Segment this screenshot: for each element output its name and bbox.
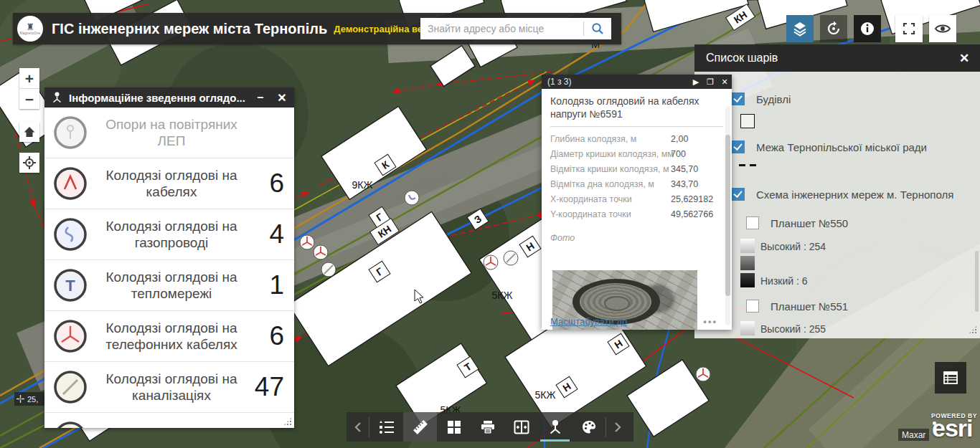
summary-panel-title: Інформаційне зведення оглядо... (69, 92, 251, 104)
minus-icon: − (25, 92, 34, 107)
info-button[interactable] (854, 15, 881, 42)
home-icon (23, 125, 36, 138)
home-button[interactable] (19, 122, 39, 142)
eye-button[interactable] (929, 15, 956, 42)
attribute-label: Глибина колодязя, м (550, 134, 671, 144)
summary-panel-header[interactable]: Інформаційне зведення оглядо... – ✕ (44, 87, 294, 108)
search-input[interactable] (420, 23, 583, 34)
attribute-row: Відмітка кришки колодязя, м 345,70 (542, 161, 732, 176)
layer-list-button[interactable] (786, 15, 814, 42)
sync-button[interactable] (820, 15, 847, 42)
esri-logo: esri (932, 416, 973, 440)
map-label: 9КЖ (352, 179, 373, 191)
attribute-label: X-координата точки (550, 194, 671, 204)
popup-next-button[interactable]: ▶ (689, 77, 703, 87)
popup-header[interactable]: (1 з 3) ▶ ❐ ✕ (542, 75, 732, 89)
toolbar-legend-button[interactable] (369, 412, 403, 442)
layer-label: Будівлі (756, 93, 980, 105)
toolbar-right-chevron[interactable] (606, 412, 628, 442)
sewer-well-icon (54, 371, 87, 406)
layer-panel-scrollbar[interactable] (975, 251, 979, 312)
layers-icon (792, 21, 808, 37)
svg-text:T: T (65, 277, 75, 295)
summary-label: Колодязі оглядові на кабелях (95, 158, 248, 209)
zoom-to-link[interactable]: Масштабувати до (550, 316, 627, 327)
layer-checkbox-1[interactable] (732, 140, 745, 153)
summary-row-gas-wells[interactable]: Колодязі оглядові на газопроводі 4 (44, 209, 294, 260)
layer-panel-close-button[interactable]: ✕ (948, 51, 980, 66)
attribute-table-button[interactable] (935, 362, 966, 394)
layer-panel-header: Список шарів ✕ (694, 44, 980, 72)
toolbar-print-button[interactable] (471, 412, 504, 442)
ruler-icon (412, 419, 429, 436)
toolbar-basemap-gallery-button[interactable] (437, 412, 471, 442)
search-button[interactable] (584, 18, 611, 39)
popup-maximize-button[interactable]: ❐ (703, 77, 717, 87)
top-button-group (786, 15, 963, 42)
layer-row-buildings: Будівлі ••• (694, 91, 980, 107)
toolbar-measure-button[interactable] (403, 412, 437, 442)
buildings-legend-swatch (740, 114, 755, 128)
toolbar-swipe-button[interactable] (504, 412, 538, 442)
summary-count: 4 (269, 209, 284, 259)
layer-panel-resize-grip[interactable] (969, 325, 977, 334)
attribute-value: 49,562766 (671, 209, 713, 219)
summary-row-phone-wells[interactable]: Колодязі оглядові на телефонних кабелях … (44, 311, 294, 362)
layer-label: Планшет №550 (771, 217, 980, 229)
well-marker[interactable] (314, 245, 328, 259)
layer-checkbox-2[interactable] (732, 188, 745, 201)
feature-popup: (1 з 3) ▶ ❐ ✕ Колодязь оглядовий на кабе… (542, 75, 732, 330)
attribute-row: Діаметр кришки колодязя, мм 700 (542, 146, 732, 161)
layer-checkbox-0[interactable] (732, 92, 745, 105)
layer-list-panel: Список шарів ✕ Будівлі ••• Межа Тернопіл… (694, 44, 980, 338)
well-marker[interactable] (300, 235, 314, 249)
attribute-value: 343,70 (671, 179, 698, 189)
layer-checkbox-4[interactable] (746, 300, 759, 313)
logo-text: MagneticOne (20, 32, 41, 35)
swipe-icon (514, 420, 529, 434)
eye-icon (934, 20, 951, 37)
summary-row-sewer-wells[interactable]: Колодязі оглядові на каналізаціях 47 (44, 362, 294, 413)
layer-checkbox-3[interactable] (746, 216, 759, 229)
plus-icon: + (25, 71, 34, 86)
heat-well-icon: T (54, 269, 87, 305)
fullscreen-button[interactable] (895, 15, 923, 42)
layer-row-sheet-550: Планшет №550 ••• (694, 215, 980, 231)
popup-pager: (1 з 3) (547, 77, 689, 87)
popup-divider (550, 126, 723, 127)
summary-count: 6 (269, 158, 284, 209)
basemap-grid-icon (447, 420, 461, 434)
toolbar-draw-button[interactable] (572, 412, 606, 442)
maxar-attribution: Maxar (898, 429, 929, 441)
info-summary-panel: Інформаційне зведення оглядо... – ✕ Опор… (44, 87, 294, 428)
palette-icon (581, 419, 597, 435)
coordinates-value: 25, (27, 395, 38, 404)
locate-icon (22, 156, 37, 170)
app-title: ГІС інженерних мереж міста Тернопіль (52, 21, 327, 37)
well-marker[interactable] (405, 191, 419, 205)
popup-scrollbar[interactable] (725, 106, 730, 325)
summary-minimize-button[interactable]: – (251, 91, 270, 104)
print-icon (480, 420, 496, 434)
locate-button[interactable] (19, 153, 39, 173)
summary-label: Колодязі оглядові на телефонних кабелях (95, 311, 248, 361)
summary-row-cable-wells[interactable]: Колодязі оглядові на кабелях 6 (44, 158, 294, 209)
well-icon-partial (54, 421, 87, 428)
popup-menu-button[interactable]: ••• (703, 316, 717, 327)
toolbar-left-chevron[interactable] (347, 412, 369, 442)
popup-body: Колодязь оглядовий на кабелях напруги №6… (542, 89, 732, 330)
well-marker[interactable] (321, 262, 336, 277)
summary-row-power-poles[interactable]: Опори на повітряних ЛЕП (44, 108, 294, 158)
well-marker[interactable] (696, 367, 710, 381)
popup-close-button[interactable]: ✕ (717, 77, 732, 87)
svg-text:9КЖ: 9КЖ (352, 179, 373, 191)
attribute-label: Відмітка дна колодязя, м (550, 179, 671, 189)
toolbar-info-summary-button[interactable] (538, 412, 572, 442)
manhole-emblem (604, 296, 630, 311)
zoom-out-button[interactable]: − (19, 89, 39, 109)
summary-row-heat-wells[interactable]: T Колодязі оглядові на тепломережі 1 (44, 260, 294, 311)
well-marker[interactable] (504, 251, 518, 265)
zoom-in-button[interactable]: + (19, 68, 39, 89)
well-marker[interactable] (484, 255, 498, 270)
summary-close-button[interactable]: ✕ (270, 91, 294, 105)
